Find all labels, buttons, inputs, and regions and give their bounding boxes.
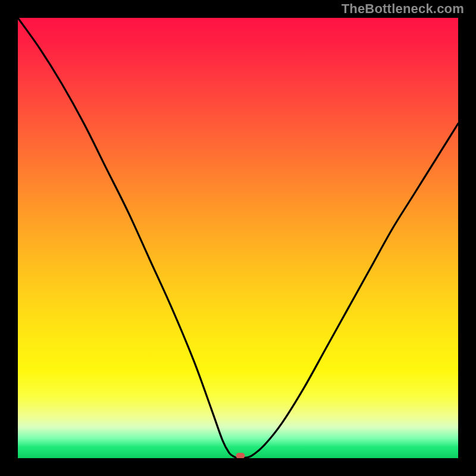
watermark-text: TheBottleneck.com (342, 1, 464, 17)
bottleneck-curve (18, 18, 458, 458)
optimal-marker (236, 453, 245, 458)
plot-area (18, 18, 458, 458)
chart-frame: TheBottleneck.com (0, 0, 476, 476)
